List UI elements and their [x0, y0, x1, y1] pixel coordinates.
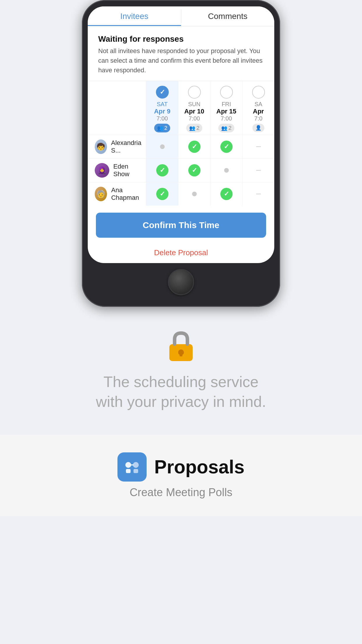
person-cells-1: ✓ ✓: [146, 159, 274, 182]
col-date-0: Apr 9: [154, 108, 170, 115]
person-name-2: Ana Chapman: [111, 186, 146, 202]
avatar-1: 🧕: [95, 163, 109, 178]
col-date-1: Apr 10: [184, 108, 204, 115]
col-count-label-2: 2: [229, 125, 232, 131]
cell-1-2: [210, 159, 242, 182]
cell-0-3: [242, 135, 274, 158]
check-2-2: ✓: [220, 188, 233, 200]
privacy-line-2: with your privacy in mind.: [96, 393, 266, 410]
tab-bar: Invitees Comments: [88, 6, 274, 26]
cell-2-3: [242, 182, 274, 206]
svg-rect-5: [126, 469, 131, 473]
col-radio-2[interactable]: [220, 86, 233, 99]
person-row-2: 🧓 Ana Chapman ✓ ✓: [88, 182, 274, 206]
person-info-0: 🧒 Alexandria S...: [88, 139, 146, 154]
phone-mockup: Invitees Comments Waiting for responses …: [82, 0, 280, 307]
cell-0-2: ✓: [210, 135, 242, 158]
col-count-label-0: 2: [164, 125, 168, 131]
person-cells-0: ✓ ✓: [146, 135, 274, 158]
col-radio-3[interactable]: [252, 86, 265, 99]
phone-screen: Invitees Comments Waiting for responses …: [88, 6, 274, 263]
check-2-0: ✓: [156, 188, 168, 200]
col-day-2: FRI: [222, 101, 231, 108]
waiting-title: Waiting for responses: [98, 34, 264, 44]
phone-shell: Invitees Comments Waiting for responses …: [82, 0, 280, 307]
lock-icon: [166, 330, 196, 362]
check-0-1: ✓: [188, 141, 201, 153]
person-row-1: 🧕 Eden Show ✓ ✓: [88, 158, 274, 182]
people-icon-3: 👤: [255, 125, 261, 131]
tab-invitees[interactable]: Invitees: [88, 6, 181, 26]
dot-1-2: [224, 168, 229, 173]
col-time-0: 7:00: [157, 115, 168, 122]
col-time-1: 7:00: [189, 115, 200, 122]
cell-2-1: [178, 182, 210, 206]
people-icon-2: 👥: [221, 125, 227, 131]
cell-2-2: ✓: [210, 182, 242, 206]
privacy-section: The scheduling service with your privacy…: [0, 307, 362, 435]
dot-2-1: [192, 192, 197, 196]
proposals-section: Proposals Create Meeting Polls: [0, 435, 362, 516]
col-radio-0[interactable]: [156, 86, 169, 99]
col-date-2: Apr 15: [216, 108, 236, 115]
col-day-0: SAT: [157, 101, 168, 108]
person-name-1: Eden Show: [113, 163, 146, 178]
confirm-button[interactable]: Confirm This Time: [96, 213, 266, 238]
col-count-3: 👤: [252, 124, 264, 132]
dash-1-3: [256, 170, 261, 171]
proposals-subtitle: Create Meeting Polls: [130, 486, 233, 499]
col-header-0[interactable]: SAT Apr 9 7:00 👥 2: [146, 81, 178, 135]
person-row-0: 🧒 Alexandria S... ✓ ✓: [88, 135, 274, 158]
svg-point-4: [133, 462, 139, 468]
dash-2-3: [256, 194, 261, 194]
col-date-3: Apr: [253, 108, 264, 115]
lock-icon-wrap: [166, 330, 196, 363]
waiting-description: Not all invitees have responded to your …: [98, 46, 264, 75]
person-info-1: 🧕 Eden Show: [88, 163, 146, 178]
col-header-2[interactable]: FRI Apr 15 7:00 👥 2: [210, 81, 242, 135]
cell-1-3: [242, 159, 274, 182]
tab-comments[interactable]: Comments: [181, 6, 275, 26]
col-radio-1[interactable]: [188, 86, 201, 99]
col-count-1: 👥 2: [186, 124, 203, 132]
proposals-header: Proposals: [117, 452, 244, 482]
svg-rect-6: [133, 469, 138, 473]
delete-button[interactable]: Delete Proposal: [88, 242, 274, 263]
col-count-label-1: 2: [196, 125, 200, 131]
cell-2-0: ✓: [146, 182, 178, 206]
col-day-3: SA: [254, 101, 262, 108]
col-header-1[interactable]: SUN Apr 10 7:00 👥 2: [178, 81, 210, 135]
home-button[interactable]: [168, 269, 194, 295]
dot-0-0: [160, 144, 165, 149]
people-icon-1: 👥: [189, 125, 195, 131]
col-time-2: 7:00: [221, 115, 232, 122]
col-count-2: 👥 2: [218, 124, 235, 132]
col-day-1: SUN: [188, 101, 200, 108]
svg-rect-2: [180, 352, 182, 356]
avatar-2: 🧓: [95, 187, 107, 201]
col-count-0: 👥 2: [154, 124, 171, 132]
proposals-app-icon: [117, 452, 147, 482]
proposals-title: Proposals: [154, 456, 244, 478]
check-1-0: ✓: [156, 164, 168, 176]
cell-1-1: ✓: [178, 159, 210, 182]
waiting-section: Waiting for responses Not all invitees h…: [88, 26, 274, 81]
check-0-2: ✓: [220, 141, 233, 153]
people-icon-0: 👥: [157, 125, 163, 131]
privacy-text-1: The scheduling service with your privacy…: [96, 372, 266, 412]
avatar-0: 🧒: [95, 139, 107, 154]
grid-column-headers: SAT Apr 9 7:00 👥 2 SUN Apr 10 7:00: [146, 81, 274, 135]
col-time-3: 7:0: [254, 115, 263, 122]
privacy-line-1: The scheduling service: [103, 373, 259, 390]
svg-point-3: [125, 462, 131, 468]
person-cells-2: ✓ ✓: [146, 182, 274, 206]
cell-1-0: ✓: [146, 159, 178, 182]
cell-0-0: [146, 135, 178, 158]
check-1-1: ✓: [188, 164, 201, 176]
person-name-0: Alexandria S...: [111, 139, 146, 154]
proposals-icon-svg: [122, 457, 142, 477]
col-header-3[interactable]: SA Apr 7:0 👤: [242, 81, 274, 135]
person-info-2: 🧓 Ana Chapman: [88, 186, 146, 202]
cell-0-1: ✓: [178, 135, 210, 158]
schedule-grid: SAT Apr 9 7:00 👥 2 SUN Apr 10 7:00: [88, 81, 274, 206]
